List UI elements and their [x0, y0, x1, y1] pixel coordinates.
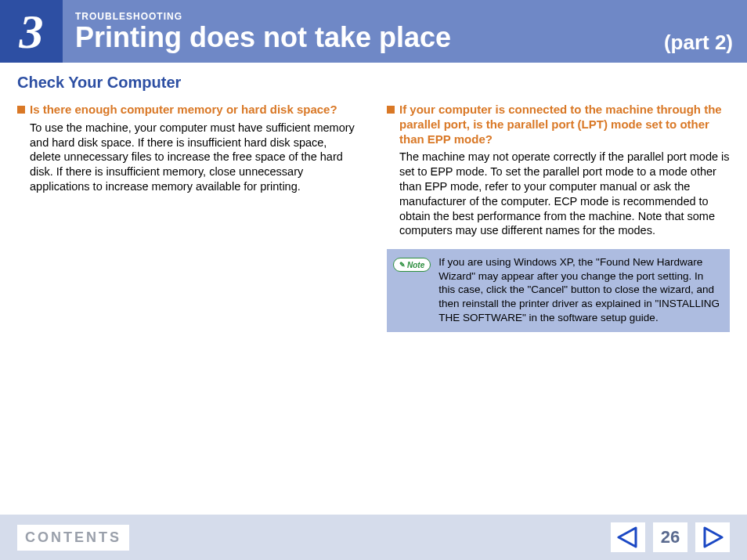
answer-text: To use the machine, your computer must h… [17, 121, 360, 194]
svg-marker-0 [619, 528, 636, 547]
body-area: Check Your Computer Is there enough comp… [0, 63, 747, 501]
right-column: If your computer is connected to the mac… [387, 103, 730, 332]
left-column: Is there enough computer memory or hard … [17, 103, 360, 332]
bullet-icon [387, 106, 395, 114]
page-title: Printing does not take place [75, 23, 664, 52]
chapter-number: 3 [0, 0, 63, 63]
triangle-left-icon [617, 526, 639, 548]
footer-bar: CONTENTS 26 [0, 515, 747, 560]
bullet-icon [17, 106, 25, 114]
part-label: (part 2) [664, 0, 747, 63]
note-badge-icon: Note [393, 258, 431, 272]
question-row: If your computer is connected to the mac… [387, 103, 730, 146]
question-text: If your computer is connected to the mac… [399, 103, 730, 146]
note-text: If you are using Windows XP, the "Found … [438, 255, 722, 324]
two-column-layout: Is there enough computer memory or hard … [17, 103, 730, 332]
svg-marker-1 [705, 528, 722, 547]
answer-text: The machine may not operate correctly if… [387, 150, 730, 238]
question-text: Is there enough computer memory or hard … [30, 103, 337, 117]
header-titles: TROUBLESHOOTING Printing does not take p… [63, 0, 664, 63]
contents-button[interactable]: CONTENTS [17, 525, 129, 551]
triangle-right-icon [702, 526, 724, 548]
qa-block: Is there enough computer memory or hard … [17, 103, 360, 194]
question-row: Is there enough computer memory or hard … [17, 103, 360, 117]
qa-block: If your computer is connected to the mac… [387, 103, 730, 238]
subheading: Check Your Computer [17, 74, 730, 92]
page-number: 26 [653, 522, 687, 552]
note-box: Note If you are using Windows XP, the "F… [387, 249, 730, 332]
page-header: 3 TROUBLESHOOTING Printing does not take… [0, 0, 747, 63]
section-label: TROUBLESHOOTING [75, 11, 664, 22]
prev-page-button[interactable] [611, 522, 645, 552]
next-page-button[interactable] [695, 522, 730, 552]
